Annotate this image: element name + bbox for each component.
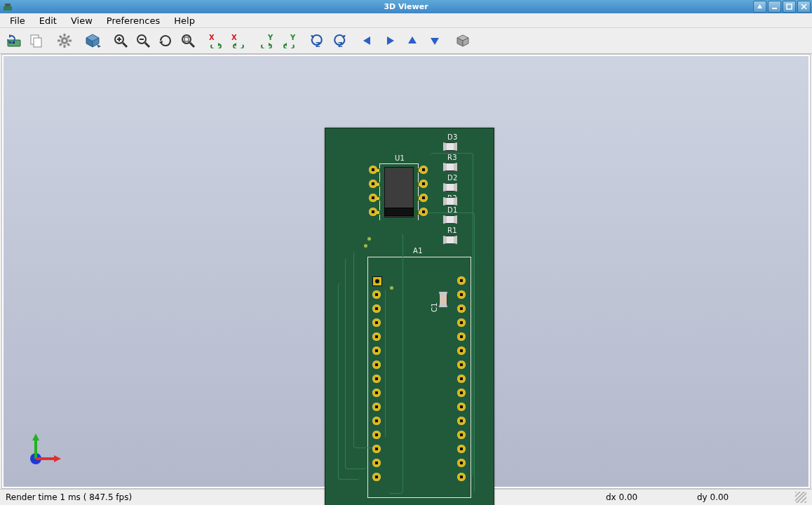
status-dy: dy 0.00 — [697, 492, 788, 502]
via — [390, 286, 393, 290]
arrow-right-icon — [383, 34, 397, 48]
move-up-button[interactable] — [401, 29, 424, 52]
minimize-button[interactable] — [768, 1, 781, 13]
header-pin — [372, 375, 381, 383]
arrow-down-icon — [428, 34, 442, 48]
move-down-button[interactable] — [424, 29, 446, 52]
menu-view[interactable]: View — [64, 14, 100, 27]
ic-via — [419, 180, 428, 188]
header-pin — [372, 361, 381, 369]
ic-via — [419, 208, 428, 216]
header-pin — [457, 276, 466, 285]
close-button[interactable] — [797, 1, 811, 13]
zoom-out-icon — [135, 33, 151, 48]
rotate-x-cw-icon: X — [208, 33, 224, 48]
svg-text:Y: Y — [267, 34, 273, 41]
projection-button[interactable] — [81, 29, 104, 52]
header-pin — [457, 375, 466, 383]
svg-line-30 — [145, 43, 149, 47]
rotate-z-cw-button[interactable]: Z — [306, 29, 328, 52]
header-pin — [372, 346, 381, 355]
menu-preferences[interactable]: Preferences — [100, 14, 167, 27]
svg-text:X: X — [209, 34, 215, 41]
header-pin — [457, 332, 466, 341]
fit-view-button[interactable] — [177, 29, 199, 52]
redraw-icon — [158, 33, 173, 48]
header-pin — [372, 290, 381, 299]
svg-marker-50 — [408, 36, 417, 43]
header-pin — [457, 403, 466, 411]
svg-marker-49 — [387, 36, 394, 45]
pcb-board: U1 A1 D3 R3 D2 R2 D1 R1 C1 — [325, 128, 494, 505]
rotate-y-cw-button[interactable]: Y — [255, 29, 278, 52]
header-pin — [372, 403, 381, 411]
rotate-x-cw-button[interactable]: X — [205, 29, 227, 52]
header-pin — [457, 361, 466, 369]
menu-file[interactable]: File — [3, 14, 32, 27]
header-pin — [372, 431, 381, 439]
rotate-z-ccw-icon: Z — [331, 33, 348, 48]
smd-d3 — [443, 142, 457, 151]
svg-line-34 — [190, 43, 194, 47]
svg-line-26 — [123, 43, 127, 47]
trace — [338, 283, 360, 480]
rotate-y-ccw-button[interactable]: Y — [278, 29, 300, 52]
rotate-z-ccw-button[interactable]: Z — [328, 29, 351, 52]
svg-marker-48 — [363, 36, 370, 45]
header-pin — [372, 276, 382, 286]
ic-via — [369, 194, 377, 202]
svg-marker-59 — [54, 455, 61, 462]
zoom-in-button[interactable] — [109, 29, 132, 52]
viewport-3d[interactable]: U1 A1 D3 R3 D2 R2 D1 R1 C1 — [4, 56, 808, 487]
maximize-button[interactable] — [783, 1, 796, 13]
svg-rect-10 — [34, 38, 41, 47]
svg-rect-1 — [5, 4, 11, 6]
redraw-button[interactable] — [154, 29, 177, 52]
ref-a1: A1 — [413, 248, 423, 255]
svg-marker-24 — [97, 44, 101, 48]
svg-line-19 — [60, 43, 62, 46]
header-pin — [372, 389, 381, 397]
zoom-in-icon — [113, 33, 128, 48]
copy-image-button[interactable] — [25, 29, 48, 52]
svg-text:Z: Z — [316, 41, 320, 48]
move-left-button[interactable] — [356, 29, 379, 52]
header-pin — [457, 417, 466, 425]
rotate-x-ccw-button[interactable]: X — [227, 29, 250, 52]
header-pin — [457, 346, 466, 355]
svg-text:X: X — [231, 34, 237, 41]
ic-via — [419, 194, 428, 202]
zoom-out-button[interactable] — [132, 29, 154, 52]
ic-u1-shadow — [384, 208, 414, 216]
header-pin — [372, 459, 381, 467]
svg-line-16 — [60, 36, 62, 38]
menu-help[interactable]: Help — [167, 14, 202, 27]
menubar: File Edit View Preferences Help — [0, 13, 812, 28]
toolbar: X X Y Y Z Z — [0, 28, 812, 54]
svg-marker-51 — [431, 38, 439, 45]
svg-line-17 — [67, 43, 69, 46]
rollup-button[interactable] — [753, 1, 766, 13]
reload-icon — [6, 33, 22, 48]
menu-edit[interactable]: Edit — [32, 14, 64, 27]
header-pin — [372, 445, 381, 453]
render-options-button[interactable] — [53, 29, 76, 52]
toggle-ortho-button[interactable] — [452, 29, 474, 52]
svg-text:Z: Z — [338, 41, 343, 48]
svg-rect-35 — [184, 37, 189, 41]
rotate-z-cw-icon: Z — [309, 33, 325, 48]
move-right-button[interactable] — [379, 29, 401, 52]
status-render-time: Render time 1 ms ( 847.5 fps) — [6, 492, 132, 502]
gear-icon — [57, 33, 72, 48]
rotate-y-cw-icon: Y — [258, 33, 275, 48]
svg-point-20 — [63, 39, 66, 42]
resize-grip[interactable] — [795, 492, 806, 503]
viewport-frame: U1 A1 D3 R3 D2 R2 D1 R1 C1 — [1, 54, 811, 489]
header-pin — [372, 332, 381, 341]
reload-board-button[interactable] — [3, 29, 25, 52]
ref-u1: U1 — [395, 155, 405, 162]
svg-text:Y: Y — [290, 34, 296, 41]
ic-via — [419, 166, 428, 174]
rotate-x-ccw-icon: X — [230, 33, 247, 48]
svg-marker-44 — [311, 35, 315, 39]
